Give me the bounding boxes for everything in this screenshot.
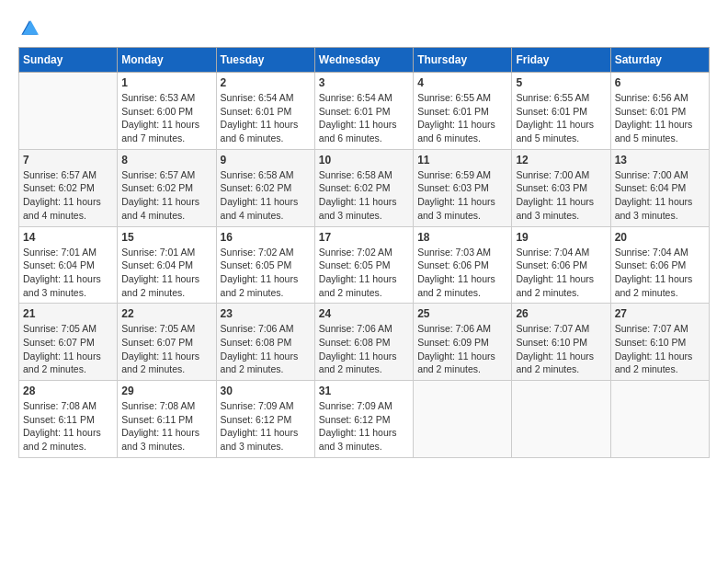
week-row-2: 14Sunrise: 7:01 AMSunset: 6:04 PMDayligh… bbox=[19, 226, 710, 304]
calendar-cell: 20Sunrise: 7:04 AMSunset: 6:06 PMDayligh… bbox=[610, 226, 709, 304]
day-number: 4 bbox=[417, 76, 507, 89]
day-info: Sunrise: 6:57 AMSunset: 6:02 PMDaylight:… bbox=[23, 168, 113, 223]
day-info: Sunrise: 6:55 AMSunset: 6:01 PMDaylight:… bbox=[417, 91, 507, 145]
day-number: 12 bbox=[516, 154, 606, 167]
day-number: 22 bbox=[121, 307, 211, 320]
calendar-cell bbox=[19, 73, 118, 150]
day-info: Sunrise: 7:05 AMSunset: 6:07 PMDaylight:… bbox=[23, 322, 113, 376]
day-info: Sunrise: 7:04 AMSunset: 6:06 PMDaylight:… bbox=[516, 246, 606, 300]
calendar-cell: 5Sunrise: 6:55 AMSunset: 6:01 PMDaylight… bbox=[512, 73, 610, 150]
week-row-0: 1Sunrise: 6:53 AMSunset: 6:00 PMDaylight… bbox=[19, 73, 710, 150]
day-info: Sunrise: 6:57 AMSunset: 6:02 PMDaylight:… bbox=[121, 168, 211, 223]
day-info: Sunrise: 7:01 AMSunset: 6:04 PMDaylight:… bbox=[121, 246, 211, 300]
day-info: Sunrise: 7:06 AMSunset: 6:08 PMDaylight:… bbox=[319, 322, 409, 376]
day-info: Sunrise: 7:09 AMSunset: 6:12 PMDaylight:… bbox=[319, 399, 409, 454]
logo bbox=[18, 18, 39, 38]
day-number: 6 bbox=[615, 76, 705, 89]
day-number: 27 bbox=[615, 307, 705, 320]
day-number: 13 bbox=[615, 154, 705, 167]
day-info: Sunrise: 7:00 AMSunset: 6:03 PMDaylight:… bbox=[516, 168, 606, 223]
day-number: 3 bbox=[319, 76, 409, 89]
calendar-cell: 29Sunrise: 7:08 AMSunset: 6:11 PMDayligh… bbox=[118, 381, 216, 458]
calendar-cell: 24Sunrise: 7:06 AMSunset: 6:08 PMDayligh… bbox=[314, 304, 413, 381]
day-number: 9 bbox=[221, 154, 311, 167]
calendar-cell: 1Sunrise: 6:53 AMSunset: 6:00 PMDaylight… bbox=[118, 73, 216, 150]
calendar-cell: 19Sunrise: 7:04 AMSunset: 6:06 PMDayligh… bbox=[512, 226, 610, 304]
week-row-1: 7Sunrise: 6:57 AMSunset: 6:02 PMDaylight… bbox=[19, 149, 710, 226]
day-info: Sunrise: 7:02 AMSunset: 6:05 PMDaylight:… bbox=[319, 246, 409, 300]
day-number: 11 bbox=[417, 154, 507, 167]
calendar-cell bbox=[610, 381, 709, 458]
day-number: 24 bbox=[319, 307, 409, 320]
day-number: 23 bbox=[221, 307, 311, 320]
calendar-cell: 10Sunrise: 6:58 AMSunset: 6:02 PMDayligh… bbox=[314, 149, 413, 226]
calendar-cell: 21Sunrise: 7:05 AMSunset: 6:07 PMDayligh… bbox=[19, 304, 118, 381]
weekday-header-friday: Friday bbox=[512, 48, 610, 73]
day-info: Sunrise: 6:58 AMSunset: 6:02 PMDaylight:… bbox=[221, 168, 311, 223]
calendar-cell: 13Sunrise: 7:00 AMSunset: 6:04 PMDayligh… bbox=[610, 149, 709, 226]
calendar-cell: 17Sunrise: 7:02 AMSunset: 6:05 PMDayligh… bbox=[314, 226, 413, 304]
day-info: Sunrise: 6:58 AMSunset: 6:02 PMDaylight:… bbox=[319, 168, 409, 223]
calendar-cell: 26Sunrise: 7:07 AMSunset: 6:10 PMDayligh… bbox=[512, 304, 610, 381]
day-number: 21 bbox=[23, 307, 113, 320]
day-info: Sunrise: 6:54 AMSunset: 6:01 PMDaylight:… bbox=[221, 91, 311, 145]
weekday-header-sunday: Sunday bbox=[19, 48, 118, 73]
day-info: Sunrise: 7:02 AMSunset: 6:05 PMDaylight:… bbox=[221, 246, 311, 300]
day-info: Sunrise: 7:08 AMSunset: 6:11 PMDaylight:… bbox=[121, 399, 211, 454]
calendar-cell: 2Sunrise: 6:54 AMSunset: 6:01 PMDaylight… bbox=[216, 73, 314, 150]
day-number: 28 bbox=[23, 385, 113, 397]
day-info: Sunrise: 6:53 AMSunset: 6:00 PMDaylight:… bbox=[121, 91, 211, 145]
day-number: 25 bbox=[417, 307, 507, 320]
day-number: 30 bbox=[221, 385, 311, 397]
calendar-cell bbox=[512, 381, 610, 458]
day-number: 8 bbox=[121, 154, 211, 167]
day-info: Sunrise: 7:08 AMSunset: 6:11 PMDaylight:… bbox=[23, 399, 113, 454]
day-number: 18 bbox=[417, 231, 507, 244]
header bbox=[18, 18, 710, 38]
calendar: SundayMondayTuesdayWednesdayThursdayFrid… bbox=[18, 47, 710, 458]
day-number: 31 bbox=[319, 385, 409, 397]
calendar-cell: 22Sunrise: 7:05 AMSunset: 6:07 PMDayligh… bbox=[118, 304, 216, 381]
day-number: 17 bbox=[319, 231, 409, 244]
svg-marker-1 bbox=[23, 20, 39, 34]
day-number: 26 bbox=[516, 307, 606, 320]
day-info: Sunrise: 7:06 AMSunset: 6:09 PMDaylight:… bbox=[417, 322, 507, 376]
calendar-cell: 30Sunrise: 7:09 AMSunset: 6:12 PMDayligh… bbox=[216, 381, 314, 458]
calendar-cell: 18Sunrise: 7:03 AMSunset: 6:06 PMDayligh… bbox=[414, 226, 512, 304]
weekday-header-monday: Monday bbox=[118, 48, 216, 73]
day-number: 5 bbox=[516, 76, 606, 89]
day-number: 16 bbox=[221, 231, 311, 244]
day-info: Sunrise: 6:59 AMSunset: 6:03 PMDaylight:… bbox=[417, 168, 507, 223]
day-number: 1 bbox=[121, 76, 211, 89]
calendar-cell: 9Sunrise: 6:58 AMSunset: 6:02 PMDaylight… bbox=[216, 149, 314, 226]
day-info: Sunrise: 7:09 AMSunset: 6:12 PMDaylight:… bbox=[221, 399, 311, 454]
calendar-cell: 28Sunrise: 7:08 AMSunset: 6:11 PMDayligh… bbox=[19, 381, 118, 458]
day-info: Sunrise: 7:07 AMSunset: 6:10 PMDaylight:… bbox=[516, 322, 606, 376]
day-number: 14 bbox=[23, 231, 113, 244]
weekday-header-wednesday: Wednesday bbox=[314, 48, 413, 73]
day-number: 7 bbox=[23, 154, 113, 167]
weekday-header-tuesday: Tuesday bbox=[216, 48, 314, 73]
day-info: Sunrise: 7:01 AMSunset: 6:04 PMDaylight:… bbox=[23, 246, 113, 300]
weekday-header-row: SundayMondayTuesdayWednesdayThursdayFrid… bbox=[19, 48, 710, 73]
calendar-cell: 11Sunrise: 6:59 AMSunset: 6:03 PMDayligh… bbox=[414, 149, 512, 226]
calendar-cell: 8Sunrise: 6:57 AMSunset: 6:02 PMDaylight… bbox=[118, 149, 216, 226]
day-info: Sunrise: 6:56 AMSunset: 6:01 PMDaylight:… bbox=[615, 91, 705, 145]
day-info: Sunrise: 7:03 AMSunset: 6:06 PMDaylight:… bbox=[417, 246, 507, 300]
week-row-3: 21Sunrise: 7:05 AMSunset: 6:07 PMDayligh… bbox=[19, 304, 710, 381]
day-info: Sunrise: 7:00 AMSunset: 6:04 PMDaylight:… bbox=[615, 168, 705, 223]
logo-icon bbox=[20, 19, 39, 38]
day-number: 10 bbox=[319, 154, 409, 167]
calendar-cell: 7Sunrise: 6:57 AMSunset: 6:02 PMDaylight… bbox=[19, 149, 118, 226]
day-number: 2 bbox=[221, 76, 311, 89]
day-info: Sunrise: 7:04 AMSunset: 6:06 PMDaylight:… bbox=[615, 246, 705, 300]
weekday-header-thursday: Thursday bbox=[414, 48, 512, 73]
calendar-cell: 27Sunrise: 7:07 AMSunset: 6:10 PMDayligh… bbox=[610, 304, 709, 381]
calendar-cell: 25Sunrise: 7:06 AMSunset: 6:09 PMDayligh… bbox=[414, 304, 512, 381]
day-info: Sunrise: 7:07 AMSunset: 6:10 PMDaylight:… bbox=[615, 322, 705, 376]
day-info: Sunrise: 7:05 AMSunset: 6:07 PMDaylight:… bbox=[121, 322, 211, 376]
calendar-cell: 15Sunrise: 7:01 AMSunset: 6:04 PMDayligh… bbox=[118, 226, 216, 304]
calendar-cell: 14Sunrise: 7:01 AMSunset: 6:04 PMDayligh… bbox=[19, 226, 118, 304]
day-number: 15 bbox=[121, 231, 211, 244]
calendar-cell: 6Sunrise: 6:56 AMSunset: 6:01 PMDaylight… bbox=[610, 73, 709, 150]
